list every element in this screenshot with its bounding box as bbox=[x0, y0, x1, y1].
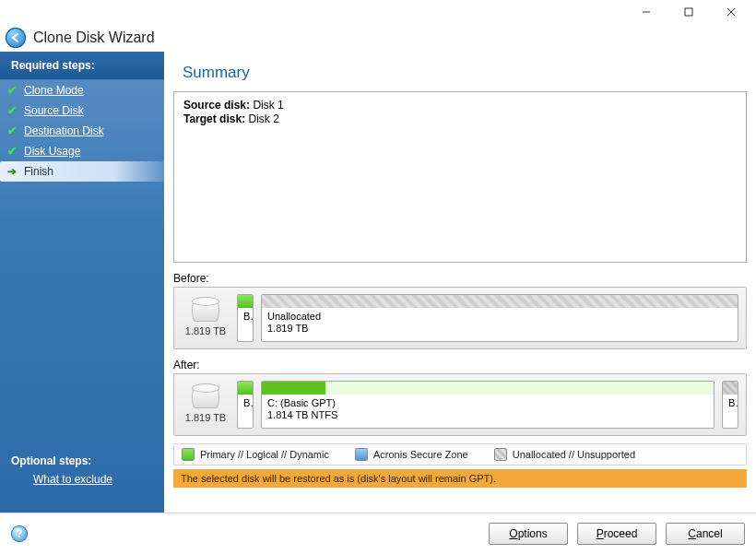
partition-small[interactable]: B... bbox=[237, 381, 254, 429]
sidebar: Required steps: ✔ Clone Mode ✔ Source Di… bbox=[0, 52, 164, 513]
btn-rest: ancel bbox=[696, 527, 723, 540]
btn-rest: ptions bbox=[518, 527, 548, 540]
partition-unallocated[interactable]: Unallocated 1.819 TB bbox=[261, 294, 738, 342]
partition-bar bbox=[238, 295, 253, 308]
target-disk-value: Disk 2 bbox=[248, 112, 278, 125]
minimize-button[interactable] bbox=[625, 2, 667, 22]
legend-unallocated: Unallocated // Unsupported bbox=[494, 448, 635, 461]
maximize-button[interactable] bbox=[667, 2, 710, 22]
partition-bar bbox=[262, 295, 738, 308]
footer: ? Options Proceed Cancel bbox=[0, 513, 756, 554]
partition-name: Unallocated bbox=[267, 311, 732, 323]
source-disk-value: Disk 1 bbox=[253, 99, 283, 112]
page-title: Summary bbox=[164, 52, 756, 91]
disk-cylinder-icon bbox=[192, 386, 219, 408]
disk-size: 1.819 TB bbox=[185, 412, 226, 423]
target-disk-row: Target disk: Disk 2 bbox=[183, 112, 737, 126]
btn-rest: roceed bbox=[604, 527, 638, 540]
step-disk-usage[interactable]: ✔ Disk Usage bbox=[0, 141, 164, 161]
step-label: Disk Usage bbox=[24, 145, 80, 158]
main-panel: Summary Source disk: Disk 1 Target disk:… bbox=[164, 52, 756, 513]
after-label: After: bbox=[173, 359, 756, 371]
required-steps-header: Required steps: bbox=[0, 52, 164, 80]
optional-steps-header: Optional steps: bbox=[0, 449, 164, 469]
titlebar bbox=[0, 0, 756, 24]
proceed-button[interactable]: Proceed bbox=[577, 523, 656, 545]
step-clone-mode[interactable]: ✔ Clone Mode bbox=[0, 80, 164, 100]
arrow-right-icon: ➔ bbox=[6, 165, 18, 178]
step-label: Source Disk bbox=[24, 104, 84, 117]
partition-size: 1.814 TB NTFS bbox=[267, 409, 708, 421]
source-disk-label: Source disk: bbox=[183, 99, 250, 112]
window-header: Clone Disk Wizard bbox=[0, 24, 756, 52]
checkmark-icon: ✔ bbox=[6, 124, 18, 137]
legend-label: Acronis Secure Zone bbox=[373, 449, 468, 460]
partition-c[interactable]: C: (Basic GPT) 1.814 TB NTFS bbox=[261, 381, 715, 429]
checkmark-icon: ✔ bbox=[6, 145, 18, 158]
optional-what-to-exclude[interactable]: What to exclude bbox=[33, 473, 164, 486]
legend-label: Unallocated // Unsupported bbox=[513, 449, 635, 460]
partition-name: C: (Basic GPT) bbox=[267, 397, 708, 409]
help-button[interactable]: ? bbox=[11, 525, 28, 542]
legend: Primary // Logical // Dynamic Acronis Se… bbox=[173, 443, 747, 466]
step-finish[interactable]: ➔ Finish bbox=[0, 161, 164, 182]
back-button[interactable] bbox=[6, 28, 26, 48]
target-disk-label: Target disk: bbox=[183, 112, 245, 125]
partition-size: 1.819 TB bbox=[267, 323, 732, 335]
step-label: Finish bbox=[24, 165, 53, 178]
warning-bar: The selected disk will be restored as is… bbox=[173, 469, 747, 488]
before-label: Before: bbox=[173, 272, 756, 285]
partition-label: B... bbox=[723, 395, 738, 409]
before-disk-map: 1.819 TB B... Unallocated 1.819 TB bbox=[173, 287, 747, 349]
legend-swatch-zone bbox=[355, 448, 368, 461]
disk-icon: 1.819 TB bbox=[182, 386, 230, 423]
summary-info-box: Source disk: Disk 1 Target disk: Disk 2 bbox=[173, 91, 747, 263]
partition-label: B... bbox=[238, 308, 253, 323]
source-disk-row: Source disk: Disk 1 bbox=[183, 99, 737, 112]
legend-label: Primary // Logical // Dynamic bbox=[200, 449, 329, 460]
partition-small-trailer[interactable]: B... bbox=[722, 381, 738, 429]
legend-swatch-primary bbox=[182, 448, 195, 461]
svg-rect-1 bbox=[685, 8, 692, 16]
checkmark-icon: ✔ bbox=[6, 104, 18, 117]
disk-cylinder-icon bbox=[192, 300, 219, 322]
disk-size: 1.819 TB bbox=[185, 325, 226, 336]
partition-small[interactable]: B... bbox=[237, 294, 254, 342]
legend-zone: Acronis Secure Zone bbox=[355, 448, 468, 461]
after-disk-map: 1.819 TB B... C: (Basic GPT) 1.814 TB NT… bbox=[173, 373, 747, 436]
cancel-button[interactable]: Cancel bbox=[666, 523, 745, 545]
disk-icon: 1.819 TB bbox=[182, 300, 230, 336]
partition-bar bbox=[238, 382, 253, 395]
step-destination-disk[interactable]: ✔ Destination Disk bbox=[0, 121, 164, 141]
partition-bar bbox=[723, 382, 738, 395]
step-label: Clone Mode bbox=[24, 84, 84, 97]
partition-bar bbox=[262, 382, 714, 395]
legend-swatch-unallocated bbox=[494, 448, 507, 461]
step-source-disk[interactable]: ✔ Source Disk bbox=[0, 100, 164, 121]
partition-label: B... bbox=[238, 395, 253, 409]
window-title: Clone Disk Wizard bbox=[33, 29, 155, 46]
close-button[interactable] bbox=[710, 2, 752, 22]
step-label: Destination Disk bbox=[24, 124, 104, 137]
legend-primary: Primary // Logical // Dynamic bbox=[182, 448, 329, 461]
checkmark-icon: ✔ bbox=[6, 84, 18, 97]
options-button[interactable]: Options bbox=[489, 523, 568, 545]
